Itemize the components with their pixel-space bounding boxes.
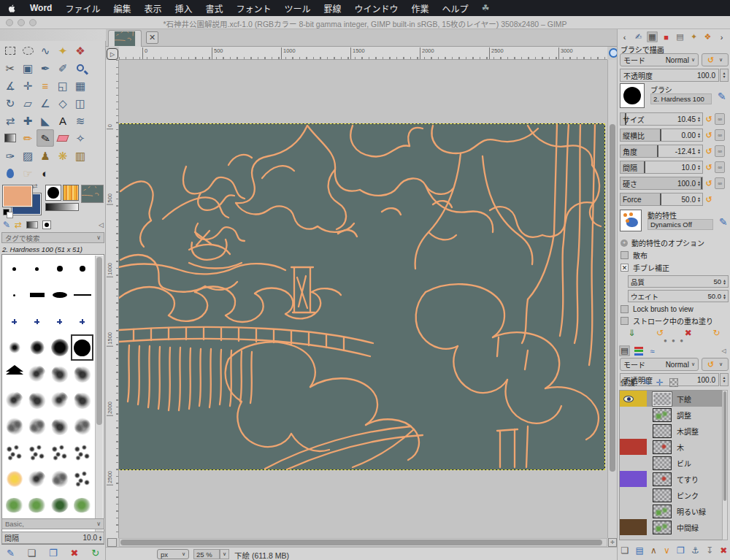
spinner-buttons[interactable]: ▴▾: [720, 373, 729, 386]
tool-move[interactable]: ✛: [19, 77, 36, 94]
slider-box-サイズ[interactable]: サイズ10.45▴▾: [620, 112, 703, 126]
dynamics-value-chip[interactable]: Dynamics Off: [648, 219, 713, 230]
layer-row-調整[interactable]: 調整: [620, 407, 727, 423]
delete-layer-button[interactable]: ✖: [720, 546, 727, 555]
vertical-scrollbar[interactable]: [607, 60, 617, 538]
spinner-buttons[interactable]: ▴▾: [723, 279, 726, 285]
duplicate-brush-button[interactable]: ❐: [49, 548, 58, 558]
tool-ellipse-select[interactable]: [19, 42, 36, 59]
zoom-dropdown-button[interactable]: ∨: [220, 549, 229, 559]
menu-ウインドウ[interactable]: ウインドウ: [355, 2, 399, 15]
incremental-checkbox[interactable]: [620, 317, 629, 325]
active-brush-chip[interactable]: [45, 185, 61, 201]
menu-作業[interactable]: 作業: [412, 2, 429, 15]
layer-visibility-toggle[interactable]: [620, 487, 637, 503]
tab-configure-icon[interactable]: ◁: [99, 221, 104, 229]
brush-filter-select[interactable]: Basic, ∨: [1, 518, 104, 529]
brush-item-plus[interactable]: [71, 308, 93, 334]
tool-options-tab[interactable]: ▦: [647, 31, 658, 42]
spinner-buttons[interactable]: ▴▾: [698, 180, 700, 186]
image-tab[interactable]: [108, 30, 142, 47]
tool-rect-select[interactable]: [1, 42, 19, 59]
next[interactable]: ›: [716, 31, 727, 42]
tool-shear[interactable]: ∠: [36, 94, 54, 112]
brush-item-plus[interactable]: [48, 308, 71, 334]
brush-item-leafgreen[interactable]: [3, 492, 26, 518]
navigation-button[interactable]: ✛: [608, 538, 617, 547]
menu-罫線[interactable]: 罫線: [324, 2, 342, 15]
tool-scissors-select[interactable]: ✂: [1, 59, 19, 77]
menu-書式[interactable]: 書式: [206, 2, 223, 15]
tool-color-picker[interactable]: ✐: [54, 59, 72, 77]
slider-box-間隔[interactable]: 間隔10.0▴▾: [620, 161, 703, 174]
mode-reset-button[interactable]: ↺ ∨: [702, 53, 729, 66]
brush-preview[interactable]: [620, 83, 645, 108]
canvas-image[interactable]: [119, 124, 604, 469]
layer-row-ビル[interactable]: ビル: [620, 455, 727, 471]
swap-colors-icon[interactable]: ⇄: [32, 183, 38, 190]
menu-app-name[interactable]: Word: [30, 3, 52, 13]
spinner-buttons[interactable]: ▴▾: [698, 132, 700, 138]
dynamics-options-expander[interactable]: + 動的特性のオプション: [620, 237, 704, 248]
menu-ファイル[interactable]: ファイル: [65, 2, 100, 15]
unit-select[interactable]: px ∨: [157, 549, 189, 559]
raise-layer-button[interactable]: ∧: [650, 546, 657, 555]
slider-box-角度[interactable]: 角度-12.41▴▾: [620, 145, 703, 158]
spinner-buttons[interactable]: ▴▾: [698, 148, 700, 154]
tool-heal[interactable]: ❋: [54, 147, 72, 164]
tool-airbrush[interactable]: ✧: [72, 129, 89, 147]
menu-挿入[interactable]: 挿入: [175, 2, 193, 15]
menu-表示[interactable]: 表示: [144, 2, 161, 15]
new-layer-button[interactable]: ❏: [621, 546, 629, 555]
dock-separator-handle[interactable]: ● ● ●: [618, 339, 730, 343]
brush-item-splat2[interactable]: [48, 413, 71, 440]
opacity-slider[interactable]: 不透明度 100.0: [620, 69, 719, 82]
layer-row-ピンク[interactable]: ピンク: [620, 487, 727, 503]
tab-configure-icon[interactable]: ◁: [718, 345, 729, 356]
brush-list-scrollbar[interactable]: [95, 256, 103, 543]
brush-item-dot1[interactable]: [3, 282, 26, 308]
brush-spacing-slider[interactable]: 間隔 10.0 ▴▾: [1, 532, 104, 544]
brush-item-ell[interactable]: [48, 282, 71, 308]
apple-menu-icon[interactable]: [7, 4, 17, 13]
tool-smudge[interactable]: ☞: [19, 164, 36, 182]
slider-reset-button[interactable]: ↺: [703, 179, 715, 188]
layer-list-scrollbar[interactable]: [722, 390, 728, 540]
brush-name-chip[interactable]: 2. Hardness 100: [650, 93, 712, 104]
active-image-thumbnail[interactable]: [81, 185, 104, 203]
close-tab-button[interactable]: ✕: [146, 31, 158, 44]
slider-box-硬さ[interactable]: 硬さ100.0▴▾: [620, 177, 703, 190]
edit-brush-button[interactable]: ✎: [7, 548, 15, 558]
brush-item-dot3[interactable]: [71, 256, 93, 282]
brush-item-soft2[interactable]: [26, 334, 48, 361]
brush-item-splat2[interactable]: [71, 361, 93, 387]
slider-box-縦横比[interactable]: 縦横比0.00▴▾: [620, 129, 703, 142]
slider-box-Force[interactable]: Force50.0▴▾: [620, 193, 703, 206]
tool-crop[interactable]: ◱: [54, 77, 72, 94]
merge-layer-button[interactable]: ↧: [706, 546, 713, 555]
menu-ツール[interactable]: ツール: [285, 2, 311, 15]
slider-reset-button[interactable]: ↺: [703, 195, 715, 204]
tool-pencil[interactable]: ✏: [19, 129, 36, 147]
lock-alpha-icon[interactable]: [669, 378, 678, 387]
device-gradient-chip[interactable]: [26, 221, 38, 229]
link-to-brush-toggle[interactable]: ∞: [715, 113, 725, 125]
brush-item-splat1[interactable]: [48, 387, 71, 413]
brush-item-hard[interactable]: [71, 334, 93, 361]
tool-unified-transform[interactable]: ▦: [72, 77, 89, 94]
duplicate-layer-button[interactable]: ❐: [677, 546, 685, 555]
color-tab[interactable]: ■: [661, 31, 672, 42]
default-colors-white[interactable]: [7, 212, 13, 218]
brush-item-star[interactable]: [3, 361, 26, 387]
brush-item-splat2[interactable]: [26, 387, 48, 413]
paths-tab[interactable]: ≈: [647, 345, 658, 356]
brush-item-leafgreen[interactable]: [71, 492, 93, 518]
layer-mode-select[interactable]: モード Normal ∨: [620, 358, 699, 371]
tool-free-select[interactable]: ∿: [36, 42, 54, 59]
tag-search-input[interactable]: タグで検索 ∨: [1, 232, 104, 243]
new-brush-button[interactable]: ❏: [28, 548, 36, 558]
canvas-viewport[interactable]: [119, 60, 607, 538]
layer-row-てすり[interactable]: てすり: [620, 471, 727, 487]
tool-blur[interactable]: [1, 164, 19, 182]
layers-tab[interactable]: ▤: [619, 345, 630, 356]
